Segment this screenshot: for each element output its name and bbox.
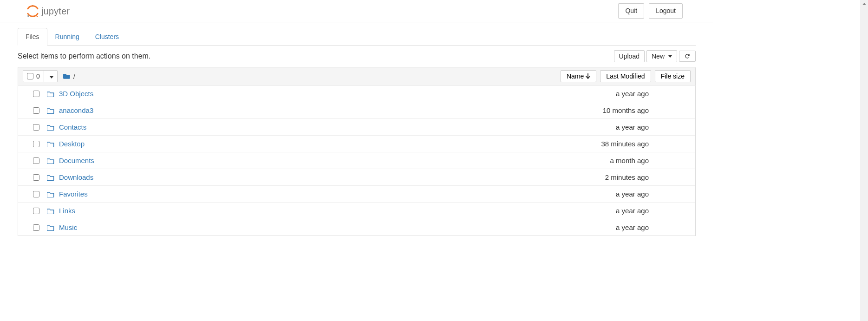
vertical-scrollbar[interactable]: [860, 0, 868, 236]
scrollbar-up-arrow-icon[interactable]: [860, 0, 868, 8]
item-name-link[interactable]: Music: [59, 223, 561, 231]
row-checkbox[interactable]: [33, 91, 39, 97]
item-modified: 38 minutes ago: [561, 140, 649, 148]
list-item: Downloads2 minutes ago: [18, 169, 695, 186]
list-item: Desktop38 minutes ago: [18, 136, 695, 152]
selected-count: 0: [36, 72, 40, 80]
item-modified: 2 minutes ago: [561, 173, 649, 181]
select-all-checkbox-group[interactable]: 0: [23, 71, 44, 82]
folder-icon: [45, 124, 56, 131]
item-modified: a year ago: [561, 207, 649, 215]
list-item: 3D Objectsa year ago: [18, 85, 695, 102]
row-checkbox[interactable]: [33, 208, 39, 214]
select-all-dropdown[interactable]: [44, 71, 57, 82]
list-item: Musica year ago: [18, 219, 695, 236]
upload-button[interactable]: Upload: [614, 50, 645, 62]
item-modified: a year ago: [561, 123, 649, 131]
row-checkbox[interactable]: [33, 174, 39, 181]
page-header: jupyter Quit Logout: [0, 0, 713, 22]
folder-home-icon[interactable]: [63, 72, 71, 80]
row-checkbox[interactable]: [33, 124, 39, 131]
folder-icon: [45, 107, 56, 114]
folder-icon: [45, 91, 56, 97]
logout-button[interactable]: Logout: [649, 3, 683, 19]
list-item: Documentsa month ago: [18, 152, 695, 169]
folder-icon: [45, 141, 56, 147]
quit-button[interactable]: Quit: [618, 3, 644, 19]
file-list: 3D Objectsa year agoanaconda310 months a…: [18, 85, 696, 236]
item-name-link[interactable]: 3D Objects: [59, 90, 561, 98]
sort-modified-button[interactable]: Last Modified: [600, 70, 651, 82]
caret-down-icon: [50, 76, 53, 79]
list-item: anaconda310 months ago: [18, 102, 695, 119]
item-modified: 10 months ago: [561, 106, 649, 114]
item-name-link[interactable]: Contacts: [59, 123, 561, 131]
row-checkbox[interactable]: [33, 191, 39, 197]
row-checkbox[interactable]: [33, 141, 39, 147]
folder-icon: [45, 157, 56, 164]
folder-icon: [45, 191, 56, 197]
list-item: Linksa year ago: [18, 203, 695, 219]
col-name-label: Name: [567, 72, 584, 80]
list-item: Contactsa year ago: [18, 119, 695, 136]
sort-size-button[interactable]: File size: [655, 70, 691, 82]
refresh-button[interactable]: [679, 51, 696, 62]
tabs-bar: Files Running Clusters: [18, 28, 696, 46]
folder-icon: [45, 174, 56, 181]
svg-point-2: [37, 16, 38, 17]
item-name-link[interactable]: Downloads: [59, 173, 561, 181]
refresh-icon: [684, 53, 691, 59]
new-button-label: New: [652, 52, 665, 60]
item-modified: a year ago: [561, 223, 649, 231]
folder-icon: [45, 208, 56, 214]
breadcrumb-separator: /: [73, 72, 75, 80]
item-name-link[interactable]: anaconda3: [59, 106, 561, 114]
item-modified: a year ago: [561, 190, 649, 198]
list-item: Favoritesa year ago: [18, 186, 695, 203]
item-name-link[interactable]: Favorites: [59, 190, 561, 198]
item-name-link[interactable]: Documents: [59, 157, 561, 164]
item-name-link[interactable]: Desktop: [59, 140, 561, 148]
file-list-header: 0 / Name Last Modified: [18, 67, 696, 85]
arrow-down-icon: [586, 73, 590, 79]
row-checkbox[interactable]: [33, 107, 39, 114]
item-modified: a month ago: [561, 157, 649, 164]
sort-name-button[interactable]: Name: [561, 70, 596, 82]
item-modified: a year ago: [561, 90, 649, 98]
caret-down-icon: [668, 55, 672, 58]
svg-point-1: [27, 15, 29, 17]
item-name-link[interactable]: Links: [59, 207, 561, 215]
select-all-checkbox[interactable]: [27, 73, 33, 79]
tab-files[interactable]: Files: [18, 28, 47, 46]
tab-running[interactable]: Running: [47, 28, 87, 46]
folder-icon: [45, 224, 56, 231]
jupyter-logo[interactable]: jupyter: [25, 4, 85, 18]
row-checkbox[interactable]: [33, 157, 39, 164]
new-dropdown-button[interactable]: New: [646, 50, 677, 62]
tab-clusters[interactable]: Clusters: [87, 28, 127, 46]
row-checkbox[interactable]: [33, 224, 39, 231]
selection-hint: Select items to perform actions on them.: [18, 52, 150, 60]
svg-text:jupyter: jupyter: [41, 6, 70, 16]
